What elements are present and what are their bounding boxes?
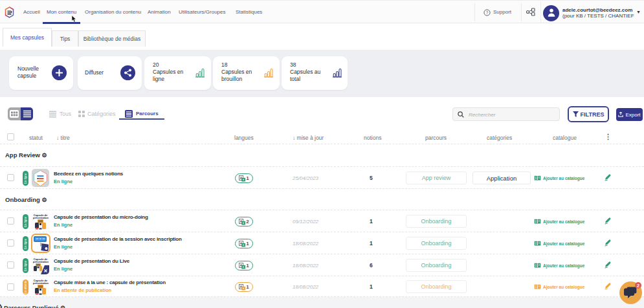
svg-text:?: ? xyxy=(486,10,489,15)
